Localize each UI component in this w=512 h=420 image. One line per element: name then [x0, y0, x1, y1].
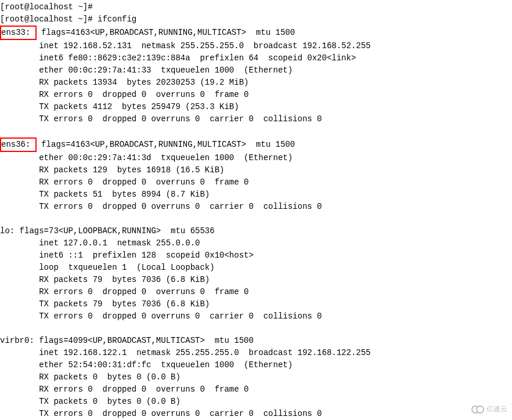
iface-lo-rx-errors: RX errors 0 dropped 0 overruns 0 frame 0	[0, 286, 512, 298]
iface-virbr0-rx-errors: RX errors 0 dropped 0 overruns 0 frame 0	[0, 383, 512, 396]
iface-lo-inet: inet 127.0.0.1 netmask 255.0.0.0	[0, 237, 512, 249]
prompt-ifconfig[interactable]: [root@localhost ~]# ifconfig	[0, 13, 512, 26]
iface-ens36-tx-packets: TX packets 51 bytes 8994 (8.7 KiB)	[0, 189, 512, 201]
iface-lo-block: lo: flags=73<UP,LOOPBACK,RUNNING> mtu 65…	[0, 225, 512, 323]
iface-ens33-flags: flags=4163<UP,BROADCAST,RUNNING,MULTICAS…	[37, 28, 295, 37]
iface-ens33-inet6: inet6 fe80::8629:c3e2:139c:884a prefixle…	[0, 52, 512, 64]
iface-ens33-header: ens33: flags=4163<UP,BROADCAST,RUNNING,M…	[0, 26, 512, 40]
iface-lo-tx-packets: TX packets 79 bytes 7036 (6.8 KiB)	[0, 298, 512, 310]
iface-ens36-ether: ether 00:0c:29:7a:41:3d txqueuelen 1000 …	[0, 152, 512, 164]
iface-virbr0-inet: inet 192.168.122.1 netmask 255.255.255.0…	[0, 347, 512, 359]
watermark-logo-icon	[471, 405, 484, 414]
blank-line	[0, 213, 512, 225]
prompt-empty[interactable]: [root@localhost ~]#	[0, 1, 512, 13]
iface-ens33-rx-packets: RX packets 13934 bytes 20230253 (19.2 Mi…	[0, 77, 512, 89]
iface-virbr0-header: virbr0: flags=4099<UP,BROADCAST,MULTICAS…	[0, 335, 512, 347]
blank-line	[0, 323, 512, 335]
iface-ens36-flags: flags=4163<UP,BROADCAST,RUNNING,MULTICAS…	[37, 140, 295, 149]
iface-ens36-rx-errors: RX errors 0 dropped 0 overruns 0 frame 0	[0, 176, 512, 189]
iface-ens36-rx-packets: RX packets 129 bytes 16918 (16.5 KiB)	[0, 164, 512, 176]
iface-virbr0-rx-packets: RX packets 0 bytes 0 (0.0 B)	[0, 371, 512, 383]
iface-ens33-tx-errors: TX errors 0 dropped 0 overruns 0 carrier…	[0, 113, 512, 125]
iface-ens33-tx-packets: TX packets 4112 bytes 259479 (253.3 KiB)	[0, 101, 512, 113]
iface-lo-header: lo: flags=73<UP,LOOPBACK,RUNNING> mtu 65…	[0, 225, 512, 237]
iface-lo-tx-errors: TX errors 0 dropped 0 overruns 0 carrier…	[0, 310, 512, 323]
iface-lo-inet6: inet6 ::1 prefixlen 128 scopeid 0x10<hos…	[0, 249, 512, 262]
iface-ens36-block: ens36: flags=4163<UP,BROADCAST,RUNNING,M…	[0, 137, 512, 213]
iface-ens33-name-highlight: ens33:	[0, 26, 37, 40]
iface-virbr0-block: virbr0: flags=4099<UP,BROADCAST,MULTICAS…	[0, 335, 512, 420]
iface-virbr0-tx-errors: TX errors 0 dropped 0 overruns 0 carrier…	[0, 408, 512, 420]
iface-ens36-name-highlight: ens36:	[0, 137, 37, 152]
iface-ens33-rx-errors: RX errors 0 dropped 0 overruns 0 frame 0	[0, 89, 512, 101]
iface-ens33-inet: inet 192.168.52.131 netmask 255.255.255.…	[0, 40, 512, 52]
iface-lo-rx-packets: RX packets 79 bytes 7036 (6.8 KiB)	[0, 274, 512, 286]
watermark-text: 亿速云	[486, 403, 507, 415]
iface-ens36-tx-errors: TX errors 0 dropped 0 overruns 0 carrier…	[0, 201, 512, 213]
iface-virbr0-tx-packets: TX packets 0 bytes 0 (0.0 B)	[0, 396, 512, 408]
iface-ens33-block: ens33: flags=4163<UP,BROADCAST,RUNNING,M…	[0, 26, 512, 125]
watermark: 亿速云	[471, 403, 507, 415]
iface-ens36-header: ens36: flags=4163<UP,BROADCAST,RUNNING,M…	[0, 137, 512, 152]
iface-virbr0-ether: ether 52:54:00:31:df:fc txqueuelen 1000 …	[0, 359, 512, 371]
blank-line	[0, 125, 512, 137]
iface-lo-loop: loop txqueuelen 1 (Local Loopback)	[0, 262, 512, 274]
iface-ens33-ether: ether 00:0c:29:7a:41:33 txqueuelen 1000 …	[0, 64, 512, 77]
terminal-output: [root@localhost ~]# [root@localhost ~]# …	[0, 1, 512, 420]
